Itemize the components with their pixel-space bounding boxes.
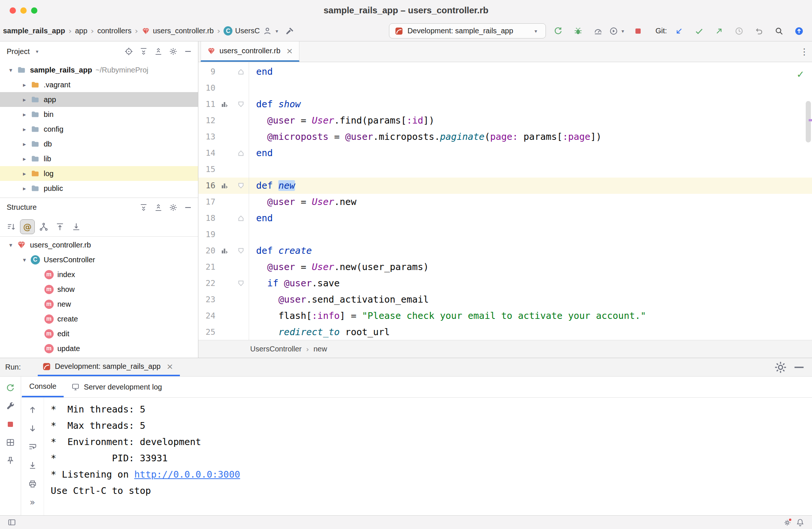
project-item-app[interactable]: ▸app <box>0 92 198 107</box>
structure-item-show[interactable]: mshow <box>0 282 198 297</box>
project-item-config[interactable]: ▸config <box>0 122 198 137</box>
code-line-9[interactable]: 9end <box>198 64 812 80</box>
run-configuration-tab[interactable]: Development: sample_rails_app × <box>38 358 180 376</box>
hammer-button[interactable] <box>282 23 298 39</box>
layout-button[interactable] <box>3 435 18 450</box>
fold-marker-button[interactable] <box>235 148 246 159</box>
settings-button[interactable] <box>166 201 180 215</box>
chevron-right-icon[interactable]: ▸ <box>20 126 29 133</box>
fold-marker-button[interactable] <box>235 99 246 110</box>
collapse-all-button[interactable] <box>151 201 165 215</box>
breadcrumb-method[interactable]: new <box>313 345 327 353</box>
soft-wrap-button[interactable] <box>25 439 40 455</box>
breadcrumb-item-sample-rails-app[interactable]: sample_rails_app <box>2 27 66 35</box>
chevron-right-icon[interactable]: ▸ <box>20 185 29 192</box>
code-line-19[interactable]: 19 <box>198 226 812 243</box>
close-run-tab-button[interactable]: × <box>164 361 175 372</box>
stop-button[interactable] <box>3 417 18 432</box>
structure-panel-title[interactable]: Structure <box>7 203 37 212</box>
console-tab-server-development-log[interactable]: Server development log <box>64 377 169 397</box>
editor-tab-users-controller[interactable]: users_controller.rb × <box>201 41 299 62</box>
run-line-marker-button[interactable] <box>219 245 230 256</box>
run-line-marker-button[interactable] <box>219 180 230 191</box>
settings-button[interactable] <box>166 44 180 58</box>
fold-marker-button[interactable] <box>235 278 246 289</box>
structure-item-users-controller-rb[interactable]: ▾users_controller.rb <box>0 237 198 252</box>
sort-alpha-button[interactable] <box>4 219 19 234</box>
stop-button[interactable] <box>630 23 646 39</box>
project-item-public[interactable]: ▸public <box>0 181 198 196</box>
fold-marker-button[interactable] <box>235 213 246 224</box>
structure-item-edit[interactable]: medit <box>0 326 198 341</box>
code-line-22[interactable]: 22 if @user.save <box>198 275 812 292</box>
chevron-right-icon[interactable]: ▸ <box>20 111 29 118</box>
code-line-10[interactable]: 10 <box>198 80 812 96</box>
breadcrumb-class[interactable]: UsersController <box>250 345 302 353</box>
project-item-vagrant[interactable]: ▸.vagrant <box>0 77 198 92</box>
project-item-sample-rails-app[interactable]: ▾sample_rails_app~/RubymineProj <box>0 63 198 77</box>
chevron-down-icon[interactable]: ▾ <box>33 47 41 56</box>
hide-button[interactable] <box>181 201 195 215</box>
fold-marker-button[interactable] <box>235 245 246 256</box>
project-item-log[interactable]: ▸log <box>0 166 198 181</box>
project-item-bin[interactable]: ▸bin <box>0 107 198 122</box>
editor-scrollbar[interactable] <box>806 101 811 142</box>
editor-options-button[interactable]: ⋮ <box>796 44 812 60</box>
rerun-button[interactable] <box>550 23 566 39</box>
history-button[interactable] <box>731 23 747 39</box>
fold-marker-button[interactable] <box>235 66 246 77</box>
wrench-button[interactable] <box>3 398 18 414</box>
minimize-window-button[interactable] <box>20 7 27 14</box>
chevron-right-icon[interactable]: ▸ <box>20 141 29 148</box>
profiler-button[interactable] <box>590 23 606 39</box>
app-update-button[interactable] <box>791 23 807 39</box>
code-line-17[interactable]: 17 @user = User.new <box>198 194 812 210</box>
chevron-right-icon[interactable]: ▸ <box>20 96 29 103</box>
arrow-down-button[interactable] <box>25 421 40 436</box>
chevron-right-icon[interactable]: ▸ <box>20 170 29 177</box>
git-update-button[interactable] <box>671 23 687 39</box>
console-output[interactable]: * Min threads: 5* Max threads: 5* Enviro… <box>44 398 812 515</box>
structure-item-new[interactable]: mnew <box>0 297 198 311</box>
code-line-16[interactable]: 16def new <box>198 178 812 194</box>
hide-button[interactable] <box>181 44 195 58</box>
rerun-button[interactable] <box>3 380 18 396</box>
code-line-25[interactable]: 25 redirect_to root_url <box>198 324 812 340</box>
more-button[interactable]: » <box>25 495 40 510</box>
breadcrumb-item-usersc[interactable]: CUsersC <box>223 27 261 36</box>
project-item-db[interactable]: ▸db <box>0 137 198 151</box>
chevron-down-icon[interactable]: ▾ <box>6 242 16 249</box>
breadcrumb-item-app[interactable]: app <box>74 27 88 35</box>
close-window-button[interactable] <box>10 7 16 14</box>
run-line-marker-button[interactable] <box>219 99 230 110</box>
zoom-window-button[interactable] <box>31 7 37 14</box>
search-button[interactable] <box>771 23 787 39</box>
project-panel-title[interactable]: Project <box>7 47 30 56</box>
chevron-right-icon[interactable]: ▸ <box>20 81 29 88</box>
server-url-link[interactable]: http://0.0.0.0:3000 <box>134 469 240 480</box>
push-button[interactable] <box>711 23 727 39</box>
debug-button[interactable] <box>570 23 586 39</box>
print-button[interactable] <box>25 476 40 492</box>
code-line-14[interactable]: 14end <box>198 145 812 161</box>
commit-button[interactable] <box>691 23 707 39</box>
breadcrumb-item-controllers[interactable]: controllers <box>97 27 132 35</box>
hide-run-panel-button[interactable] <box>791 360 807 375</box>
code-line-15[interactable]: 15 <box>198 161 812 178</box>
code-editor[interactable]: 9end1011def show12 @user = User.find(par… <box>198 62 812 340</box>
settings-sync-button[interactable] <box>782 516 793 528</box>
arrow-up-button[interactable] <box>25 402 40 418</box>
tool-windows-button[interactable] <box>6 516 18 528</box>
code-line-20[interactable]: 20def create <box>198 243 812 259</box>
user-button[interactable]: ▾ <box>264 23 280 39</box>
coverage-button[interactable]: ▾ <box>610 23 626 39</box>
inheritance-button[interactable] <box>36 219 51 234</box>
code-line-24[interactable]: 24 flash[:info] = "Please check your ema… <box>198 308 812 324</box>
inspections-ok-icon[interactable]: ✓ <box>795 69 806 80</box>
code-line-18[interactable]: 18end <box>198 210 812 226</box>
chevron-down-icon[interactable]: ▾ <box>6 67 16 74</box>
chevron-right-icon[interactable]: ▸ <box>20 155 29 162</box>
pin-button[interactable] <box>3 453 18 468</box>
project-item-lib[interactable]: ▸lib <box>0 151 198 166</box>
chevron-down-icon[interactable]: ▾ <box>20 256 29 263</box>
